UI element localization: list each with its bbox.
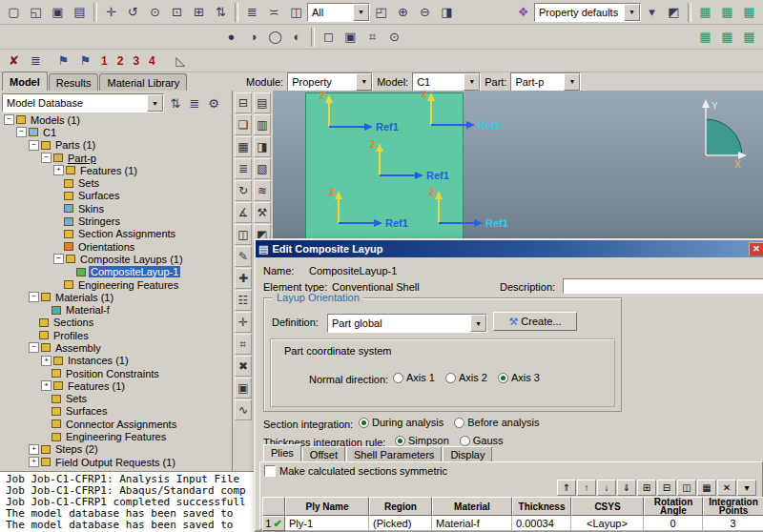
- tree-item[interactable]: −Part-p: [0, 152, 232, 164]
- set-tool-icon[interactable]: ▣: [235, 378, 252, 399]
- tree-item-label[interactable]: Materials (1): [53, 292, 115, 303]
- tree-expander-icon[interactable]: −: [53, 254, 64, 264]
- tree-item-label[interactable]: Profiles: [52, 330, 91, 341]
- tree-filter-icon[interactable]: ⚙: [204, 92, 223, 113]
- perspective-render-icon[interactable]: ◐: [286, 27, 308, 48]
- tree-expander-icon[interactable]: −: [29, 140, 39, 151]
- view-iso-icon[interactable]: ▦: [738, 27, 760, 48]
- view-front-icon[interactable]: ▦: [694, 27, 716, 48]
- tab-material-library[interactable]: Material Library: [99, 73, 187, 91]
- tree-item-label[interactable]: C1: [41, 127, 58, 138]
- tree-item[interactable]: Orientations: [0, 240, 232, 253]
- amplitude-tool-icon[interactable]: ∿: [235, 399, 252, 420]
- pan-view-icon[interactable]: ✛: [100, 2, 122, 23]
- tree-item-label[interactable]: Material-f: [64, 304, 112, 316]
- table-cell[interactable]: 0: [644, 516, 703, 531]
- tree-item-label[interactable]: Sets: [64, 393, 89, 404]
- color-apply-icon[interactable]: ▾: [641, 2, 663, 23]
- view-cube-1-icon[interactable]: ▦: [694, 2, 716, 23]
- edit-tool-icon[interactable]: ✎: [235, 246, 252, 267]
- pattern-rows-icon[interactable]: ▦: [697, 480, 716, 496]
- table-cell[interactable]: Material-f: [432, 516, 512, 531]
- skin-tool-icon[interactable]: ◫: [235, 224, 252, 245]
- tree-item-label[interactable]: Instances (1): [66, 355, 131, 366]
- tree-item[interactable]: −Parts (1): [0, 139, 232, 152]
- print-icon[interactable]: ▤: [69, 2, 91, 23]
- column-header[interactable]: Ply Name: [285, 497, 369, 516]
- replace-display-icon[interactable]: ◰: [370, 2, 392, 23]
- tree-item-label[interactable]: Section Assignments: [76, 228, 177, 239]
- move-row-up-icon[interactable]: ↑: [577, 480, 596, 496]
- material-manager-icon[interactable]: ◨: [254, 136, 271, 157]
- cycle-views-icon[interactable]: ⇅: [210, 2, 232, 23]
- magnify-view-icon[interactable]: ⊙: [144, 2, 166, 23]
- create-skin-icon[interactable]: ❏: [235, 114, 252, 135]
- chevron-down-icon[interactable]: ▾: [470, 315, 486, 332]
- skin-manager-icon[interactable]: ▥: [254, 114, 271, 135]
- assign-section-icon[interactable]: ⊟: [235, 92, 252, 113]
- tree-item[interactable]: Surfaces: [0, 190, 232, 202]
- tree-expander-icon[interactable]: +: [53, 165, 64, 175]
- open-database-icon[interactable]: ◱: [25, 2, 47, 23]
- view-top-icon[interactable]: ▦: [716, 27, 738, 48]
- table-cell[interactable]: 3: [703, 516, 763, 531]
- triangle-tool-icon[interactable]: ◺: [170, 51, 192, 72]
- chevron-down-icon[interactable]: ▾: [464, 73, 480, 91]
- assign-orientation-icon[interactable]: ↻: [235, 180, 252, 201]
- tree-item-label[interactable]: Models (1): [29, 114, 82, 126]
- view-flag-1-icon[interactable]: ⚑: [52, 51, 74, 72]
- tab-plies[interactable]: Plies: [263, 444, 301, 462]
- beam-orientation-icon[interactable]: ∡: [235, 202, 252, 223]
- save-database-icon[interactable]: ▣: [47, 2, 69, 23]
- chevron-down-icon[interactable]: ▾: [624, 4, 640, 21]
- section-integration-radio-before-analysis[interactable]: [454, 418, 464, 428]
- hidden-line-render-icon[interactable]: ◑: [242, 27, 264, 48]
- tree-item-label[interactable]: Engineering Features: [64, 431, 168, 442]
- remove-display-icon[interactable]: ⊖: [414, 2, 436, 23]
- special-tools-icon[interactable]: ⚒: [254, 202, 271, 223]
- tree-list-icon[interactable]: ≣: [185, 92, 204, 113]
- fit-view-icon[interactable]: ⊞: [188, 2, 210, 23]
- model-combo[interactable]: C1 ▾: [412, 72, 481, 92]
- tree-expander-icon[interactable]: −: [16, 127, 27, 137]
- module-combo[interactable]: Property ▾: [287, 72, 373, 92]
- close-toolbar-icon[interactable]: ✘: [3, 51, 25, 72]
- tree-item[interactable]: Connector Assignments: [0, 418, 232, 430]
- tree-item[interactable]: Material-f: [0, 303, 232, 316]
- tree-item-label[interactable]: Features (1): [66, 380, 127, 392]
- grid-tool-icon[interactable]: ☷: [235, 290, 252, 311]
- view-preset-4-button[interactable]: 4: [144, 54, 160, 68]
- new-model-icon[interactable]: ▢: [3, 2, 25, 23]
- copy-rows-icon[interactable]: ◫: [677, 480, 696, 496]
- display-group-manager-icon[interactable]: ◫: [285, 2, 307, 23]
- reference-point-icon[interactable]: ✖: [235, 356, 252, 377]
- tree-expander-icon[interactable]: −: [41, 153, 52, 163]
- tab-results[interactable]: Results: [49, 73, 99, 91]
- tree-item[interactable]: Section Assignments: [0, 228, 232, 240]
- view-preset-3-button[interactable]: 3: [128, 54, 144, 68]
- visualization-options-icon[interactable]: ◩: [663, 2, 685, 23]
- tree-item[interactable]: Engineering Features: [0, 278, 232, 291]
- chevron-down-icon[interactable]: ▾: [147, 94, 163, 112]
- table-cell[interactable]: (Picked): [369, 516, 432, 531]
- tree-item[interactable]: Engineering Features: [0, 430, 232, 442]
- tree-item[interactable]: +Features (1): [0, 379, 232, 392]
- box-zoom-icon[interactable]: ⊡: [166, 2, 188, 23]
- tree-item[interactable]: +Features (1): [0, 164, 232, 176]
- view-cube-2-icon[interactable]: ▦: [716, 2, 738, 23]
- close-icon[interactable]: ✕: [749, 242, 763, 256]
- wireframe-render-icon[interactable]: ◯: [264, 27, 286, 48]
- column-header[interactable]: Region: [369, 497, 432, 516]
- tree-item[interactable]: Surfaces: [0, 405, 232, 418]
- column-header[interactable]: RotationAngle: [644, 497, 703, 516]
- symmetric-checkbox[interactable]: [264, 465, 276, 477]
- tree-item[interactable]: Skins: [0, 202, 232, 215]
- tree-item[interactable]: Sections: [0, 317, 232, 329]
- insert-row-icon[interactable]: ⊞: [637, 480, 656, 496]
- rotate-view-icon[interactable]: ↺: [122, 2, 144, 23]
- part-combo[interactable]: Part-p ▾: [510, 72, 581, 92]
- tree-item[interactable]: Position Constraints: [0, 367, 232, 379]
- datum-tool-icon[interactable]: ✛: [235, 312, 252, 333]
- tree-expander-icon[interactable]: +: [29, 457, 39, 467]
- tree-item-label[interactable]: Part-p: [66, 153, 98, 164]
